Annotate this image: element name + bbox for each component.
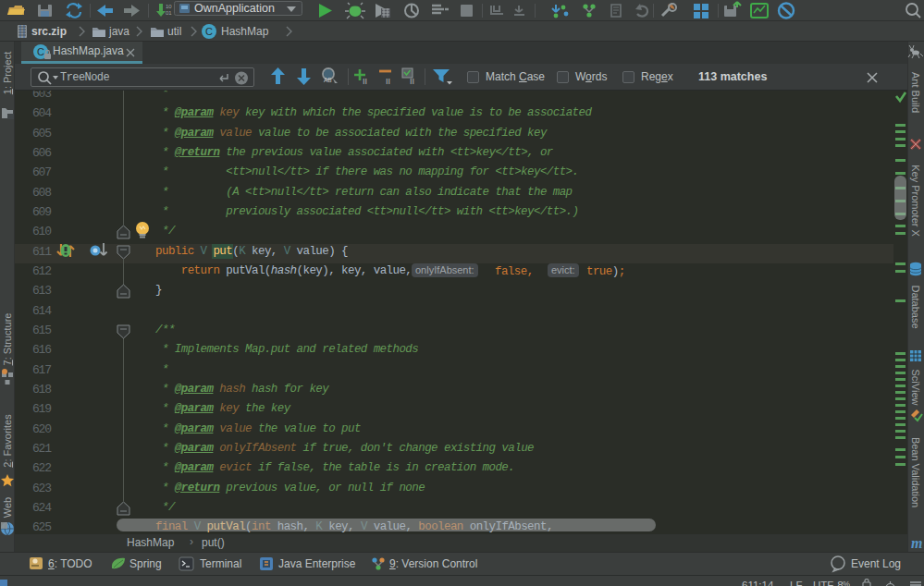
svg-text:AB: AB [324, 77, 332, 83]
svg-text:OwnApplication: OwnApplication [194, 2, 275, 15]
svg-text:II: II [386, 77, 390, 86]
svg-text:II: II [410, 77, 414, 86]
svg-text:C: C [205, 26, 213, 37]
svg-text:C: C [37, 46, 44, 57]
svg-text:II: II [363, 77, 367, 86]
svg-text:m: m [911, 535, 922, 551]
svg-text:10: 10 [166, 4, 172, 9]
svg-text:01: 01 [166, 10, 172, 16]
